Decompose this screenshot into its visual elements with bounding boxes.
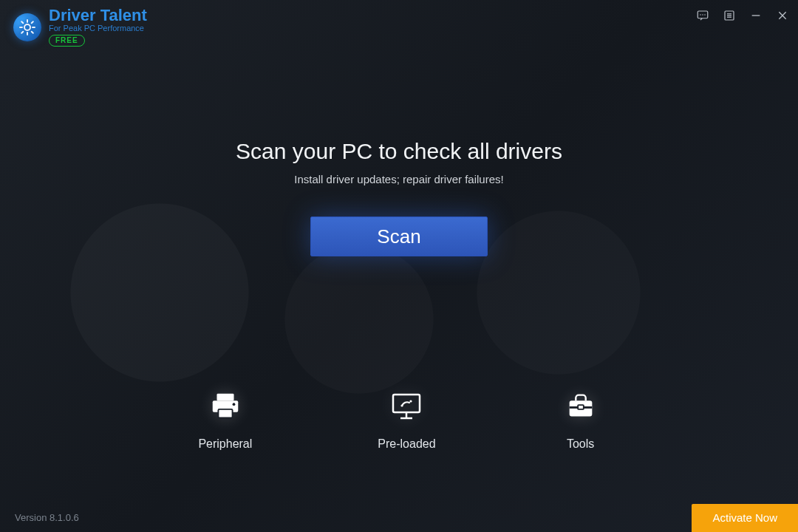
tile-label: Peripheral	[198, 437, 252, 451]
tile-label: Tools	[567, 437, 594, 451]
app-name: Driver Talent	[49, 7, 147, 24]
tile-preloaded[interactable]: Pre-loaded	[378, 387, 435, 451]
menu-icon[interactable]	[721, 7, 737, 24]
gear-icon	[13, 13, 41, 41]
printer-icon	[206, 387, 245, 426]
background-decoration	[0, 0, 798, 532]
close-button[interactable]	[774, 7, 791, 24]
tile-peripheral[interactable]: Peripheral	[198, 387, 252, 451]
svg-point-15	[232, 403, 235, 406]
toolbox-icon	[562, 387, 600, 426]
monitor-icon	[387, 387, 426, 426]
svg-point-19	[401, 404, 403, 406]
svg-point-4	[704, 14, 706, 16]
svg-rect-14	[218, 409, 232, 418]
main-content: Scan your PC to check all drivers Instal…	[0, 111, 798, 256]
activate-now-button[interactable]: Activate Now	[692, 504, 798, 532]
feedback-icon[interactable]	[695, 7, 711, 24]
svg-rect-12	[216, 394, 233, 401]
scan-button[interactable]: Scan	[310, 216, 488, 256]
svg-point-0	[24, 24, 30, 30]
titlebar: Driver Talent For Peak PC Performance FR…	[0, 0, 798, 41]
window-controls	[695, 7, 791, 24]
app-tagline: For Peak PC Performance	[49, 24, 147, 33]
headline: Scan your PC to check all drivers	[236, 139, 562, 164]
svg-point-20	[410, 400, 412, 402]
subline: Install driver updates; repair driver fa…	[294, 173, 503, 185]
tile-label: Pre-loaded	[378, 437, 435, 451]
svg-point-2	[700, 14, 701, 16]
tiles-row: Peripheral Pre-loaded Tools	[0, 387, 798, 451]
app-logo: Driver Talent For Peak PC Performance FR…	[13, 7, 147, 47]
svg-point-3	[702, 14, 703, 16]
svg-rect-23	[578, 405, 584, 409]
svg-rect-16	[393, 395, 420, 412]
version-label: Version 8.1.0.6	[15, 512, 79, 523]
minimize-button[interactable]	[748, 7, 764, 24]
tile-tools[interactable]: Tools	[562, 387, 600, 451]
logo-text: Driver Talent For Peak PC Performance FR…	[49, 7, 147, 47]
tier-badge: FREE	[49, 35, 85, 47]
